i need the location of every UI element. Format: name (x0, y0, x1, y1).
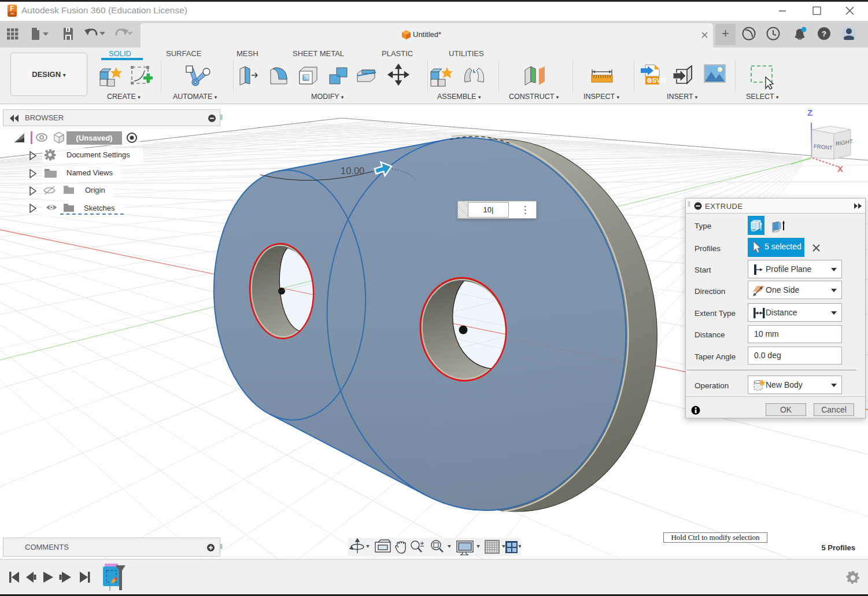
svg-text:⚙SVG: ⚙SVG (647, 77, 666, 84)
svg-text:?: ? (822, 30, 826, 38)
svg-text:Z: Z (807, 108, 812, 117)
svg-text:10.00: 10.00 (341, 165, 364, 176)
svg-text:X: X (837, 164, 843, 174)
